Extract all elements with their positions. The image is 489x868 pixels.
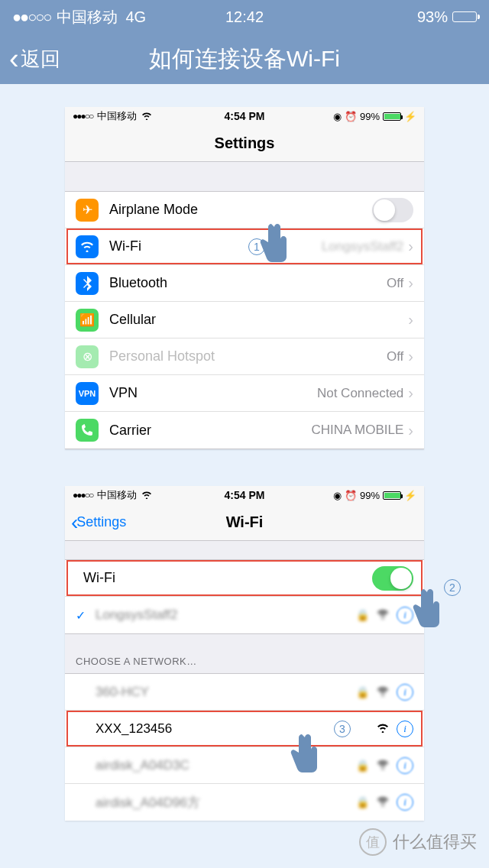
network-row[interactable]: airdisk_A04D96方 🔒 i <box>65 784 424 821</box>
watermark-icon: 值 <box>359 828 387 856</box>
back-label: Settings <box>76 514 126 530</box>
row-value: Off <box>387 349 403 364</box>
wifi-toggle[interactable] <box>372 566 413 591</box>
networks-list: 360-HCY 🔒 i XXX_123456 3 i airdisk_A04D3… <box>65 673 424 821</box>
chevron-right-icon: › <box>408 238 413 255</box>
inner-status-bar: ●●●○○ 中国移动 4:54 PM ◉ ⏰ 99% ⚡ <box>65 486 424 504</box>
row-value: LongsysStaff2 <box>322 239 403 254</box>
back-button[interactable]: ‹ Settings <box>71 510 126 535</box>
header-title: Wi-Fi <box>226 513 264 531</box>
vpn-icon: VPN <box>76 382 99 405</box>
dnd-icon: ◉ <box>333 490 342 501</box>
nav-bar: ‹ 返回 如何连接设备Wi-Fi <box>0 34 489 84</box>
bluetooth-row[interactable]: Bluetooth Off › <box>65 265 424 302</box>
wifi-icon <box>76 235 99 258</box>
info-icon[interactable]: i <box>397 684 413 701</box>
network-name: 360-HCY <box>96 685 149 700</box>
battery-percent: 99% <box>360 490 380 501</box>
lock-icon: 🔒 <box>356 760 369 772</box>
outer-status-bar: ●●○○○ 中国移动 4G 12:42 93% <box>0 0 489 34</box>
alarm-icon: ⏰ <box>345 111 357 122</box>
network-type: 4G <box>125 8 146 26</box>
signal-dots-icon: ●●●○○ <box>73 111 92 121</box>
chevron-right-icon: › <box>408 384 413 402</box>
wifi-signal-icon <box>377 685 389 699</box>
wifi-row[interactable]: Wi-Fi 1 LongsysStaff2 › <box>65 228 424 265</box>
status-right: ◉ ⏰ 99% ⚡ <box>333 490 416 501</box>
network-icons: 🔒 i <box>356 684 413 701</box>
chevron-right-icon: › <box>408 422 413 439</box>
info-icon[interactable]: i <box>397 794 413 811</box>
network-icons: 🔒 i <box>356 757 413 774</box>
wifi-icon <box>141 489 152 501</box>
carrier-label: 中国移动 <box>97 109 137 123</box>
lock-icon: 🔒 <box>356 796 369 808</box>
cellular-icon: 📶 <box>76 309 99 332</box>
signal-dots-icon: ●●○○○ <box>12 8 50 26</box>
target-network-row[interactable]: XXX_123456 3 i <box>65 711 424 747</box>
network-icons: 🔒 i <box>356 607 413 623</box>
info-icon[interactable]: i <box>397 721 413 737</box>
carrier-row[interactable]: Carrier CHINA MOBILE › <box>65 412 424 449</box>
airplane-toggle[interactable] <box>372 198 413 222</box>
lock-icon: 🔒 <box>356 686 369 698</box>
connected-network-row[interactable]: ✓ LongsysStaff2 🔒 i <box>65 597 424 633</box>
row-value: CHINA MOBILE <box>311 423 403 438</box>
row-label: Wi-Fi <box>109 238 141 254</box>
row-label: Cellular <box>109 312 156 328</box>
network-row[interactable]: airdisk_A04D3C 🔒 i <box>65 747 424 784</box>
wifi-signal-icon <box>377 722 389 736</box>
dnd-icon: ◉ <box>333 111 342 122</box>
chevron-right-icon: › <box>408 311 413 329</box>
wifi-toggle-row[interactable]: Wi-Fi <box>65 560 424 597</box>
charging-icon: ⚡ <box>404 111 416 122</box>
content-area: ●●●○○ 中国移动 4:54 PM ◉ ⏰ 99% ⚡ Settings ✈ … <box>0 84 489 821</box>
network-name: airdisk_A04D3C <box>96 758 189 773</box>
settings-header: Settings <box>65 125 424 162</box>
step-marker-1: 1 <box>248 238 265 255</box>
checkmark-icon: ✓ <box>76 608 86 623</box>
airplane-icon: ✈ <box>76 199 99 222</box>
network-row[interactable]: 360-HCY 🔒 i <box>65 674 424 711</box>
hotspot-row[interactable]: ⊗ Personal Hotspot Off › <box>65 338 424 375</box>
step-marker-3: 3 <box>334 721 351 737</box>
network-name: XXX_123456 <box>96 721 172 737</box>
status-right: ◉ ⏰ 99% ⚡ <box>333 111 416 122</box>
network-name: airdisk_A04D96方 <box>96 794 200 811</box>
clock: 12:42 <box>225 8 264 26</box>
signal-dots-icon: ●●●○○ <box>73 490 92 500</box>
choose-network-header: CHOOSE A NETWORK… <box>65 634 424 673</box>
back-button[interactable]: ‹ 返回 <box>9 44 60 73</box>
phone-icon <box>76 419 99 442</box>
info-icon[interactable]: i <box>397 607 413 623</box>
row-label: Wi-Fi <box>83 570 115 586</box>
network-icons: 🔒 i <box>356 794 413 811</box>
battery-icon <box>452 11 477 22</box>
back-label: 返回 <box>21 46 60 73</box>
cellular-row[interactable]: 📶 Cellular › <box>65 302 424 338</box>
wifi-header: ‹ Settings Wi-Fi <box>65 504 424 541</box>
network-icons: i <box>377 721 413 737</box>
wifi-signal-icon <box>377 608 389 622</box>
clock: 4:54 PM <box>225 489 265 501</box>
highlight-box <box>66 560 423 596</box>
network-name: LongsysStaff2 <box>96 607 177 623</box>
wifi-signal-icon <box>377 795 389 809</box>
battery-indicator: 93% <box>417 8 477 26</box>
row-label: Personal Hotspot <box>109 348 215 364</box>
header-title: Settings <box>215 134 275 152</box>
vpn-row[interactable]: VPN VPN Not Connected › <box>65 375 424 412</box>
row-label: Bluetooth <box>109 275 167 291</box>
battery-icon <box>383 491 401 500</box>
chevron-right-icon: › <box>408 348 413 365</box>
wifi-toggle-group: Wi-Fi ✓ LongsysStaff2 🔒 i <box>65 559 424 634</box>
airplane-mode-row[interactable]: ✈ Airplane Mode <box>65 192 424 228</box>
bluetooth-icon <box>76 272 99 295</box>
battery-percent: 99% <box>360 111 380 122</box>
row-label: VPN <box>109 385 138 401</box>
settings-group: ✈ Airplane Mode Wi-Fi 1 LongsysStaff2 › … <box>65 191 424 449</box>
charging-icon: ⚡ <box>404 490 416 501</box>
row-value: Not Connected <box>317 386 403 401</box>
info-icon[interactable]: i <box>397 757 413 774</box>
carrier-label: 中国移动 <box>97 488 137 502</box>
